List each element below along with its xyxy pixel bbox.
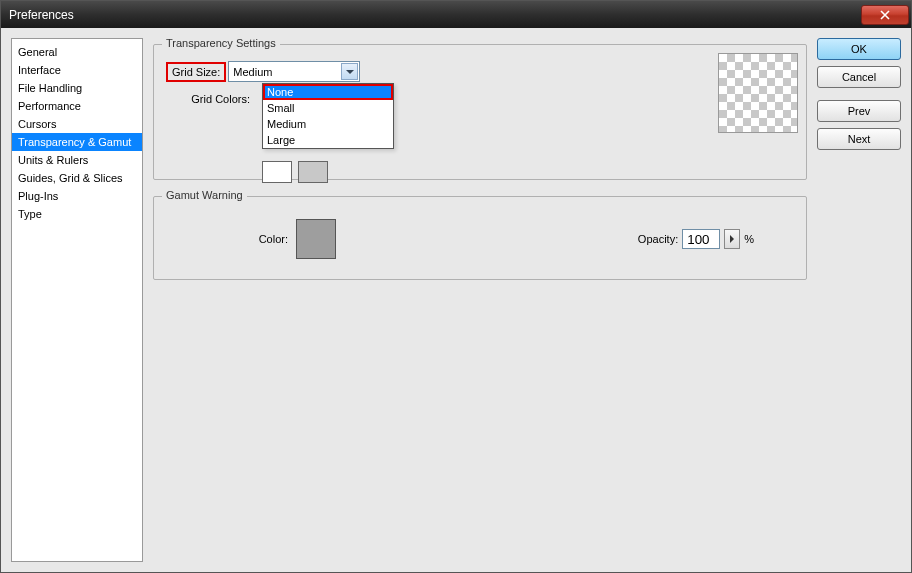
color-swatch-row (262, 161, 794, 183)
grid-size-option-small[interactable]: Small (263, 100, 393, 116)
grid-size-label: Grid Size: (166, 62, 226, 82)
window-title: Preferences (9, 8, 861, 22)
grid-size-option-none[interactable]: None (263, 84, 393, 100)
sidebar-item-general[interactable]: General (12, 43, 142, 61)
cancel-button[interactable]: Cancel (817, 66, 901, 88)
opacity-input[interactable] (682, 229, 720, 249)
sidebar-item-cursors[interactable]: Cursors (12, 115, 142, 133)
main-panel: Transparency Settings Grid Size: Medium … (153, 38, 807, 562)
ok-button[interactable]: OK (817, 38, 901, 60)
sidebar-item-type[interactable]: Type (12, 205, 142, 223)
category-sidebar: General Interface File Handling Performa… (11, 38, 143, 562)
grid-size-option-medium[interactable]: Medium (263, 116, 393, 132)
sidebar-item-performance[interactable]: Performance (12, 97, 142, 115)
next-button[interactable]: Next (817, 128, 901, 150)
gamut-legend: Gamut Warning (162, 189, 247, 201)
gamut-warning-group: Gamut Warning Color: Opacity: % (153, 196, 807, 280)
grid-size-option-large[interactable]: Large (263, 132, 393, 148)
close-icon (879, 10, 891, 20)
opacity-suffix: % (744, 233, 754, 245)
gamut-color-label: Color: (166, 233, 296, 245)
sidebar-item-transparency-gamut[interactable]: Transparency & Gamut (12, 133, 142, 151)
preferences-window: Preferences General Interface File Handl… (0, 0, 912, 573)
opacity-label: Opacity: (638, 233, 678, 245)
grid-size-dropdown: None Small Medium Large (262, 83, 394, 149)
dialog-body: General Interface File Handling Performa… (1, 28, 911, 572)
grid-colors-row: Grid Colors: (166, 88, 794, 109)
sidebar-item-file-handling[interactable]: File Handling (12, 79, 142, 97)
opacity-group: Opacity: % (638, 229, 794, 249)
grid-size-row: Grid Size: Medium None Small Medium Larg… (166, 61, 794, 82)
chevron-down-icon (341, 63, 358, 80)
transparency-settings-group: Transparency Settings Grid Size: Medium … (153, 44, 807, 180)
sidebar-item-interface[interactable]: Interface (12, 61, 142, 79)
gamut-color-swatch[interactable] (296, 219, 336, 259)
close-button[interactable] (861, 5, 909, 25)
grid-colors-label: Grid Colors: (166, 93, 256, 105)
opacity-flyout-button[interactable] (724, 229, 740, 249)
grid-size-value: Medium (233, 66, 272, 78)
gamut-row: Color: Opacity: % (166, 209, 794, 267)
transparency-legend: Transparency Settings (162, 37, 280, 49)
titlebar[interactable]: Preferences (1, 1, 911, 28)
sidebar-item-units-rulers[interactable]: Units & Rulers (12, 151, 142, 169)
button-column: OK Cancel Prev Next (817, 38, 901, 562)
grid-color-swatch-1[interactable] (262, 161, 292, 183)
transparency-preview (718, 53, 798, 133)
grid-color-swatch-2[interactable] (298, 161, 328, 183)
sidebar-item-plug-ins[interactable]: Plug-Ins (12, 187, 142, 205)
grid-size-combo[interactable]: Medium (228, 61, 360, 82)
prev-button[interactable]: Prev (817, 100, 901, 122)
sidebar-item-guides-grid-slices[interactable]: Guides, Grid & Slices (12, 169, 142, 187)
